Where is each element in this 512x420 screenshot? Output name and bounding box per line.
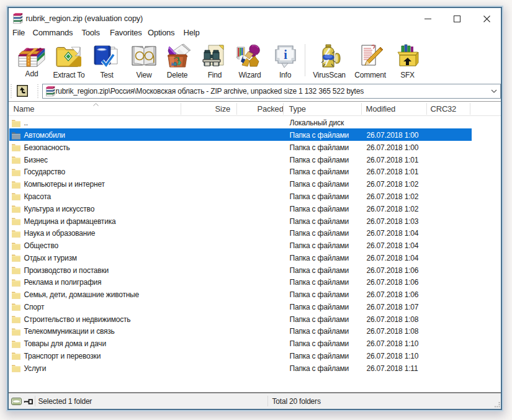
svg-text:i: i: [284, 48, 287, 61]
